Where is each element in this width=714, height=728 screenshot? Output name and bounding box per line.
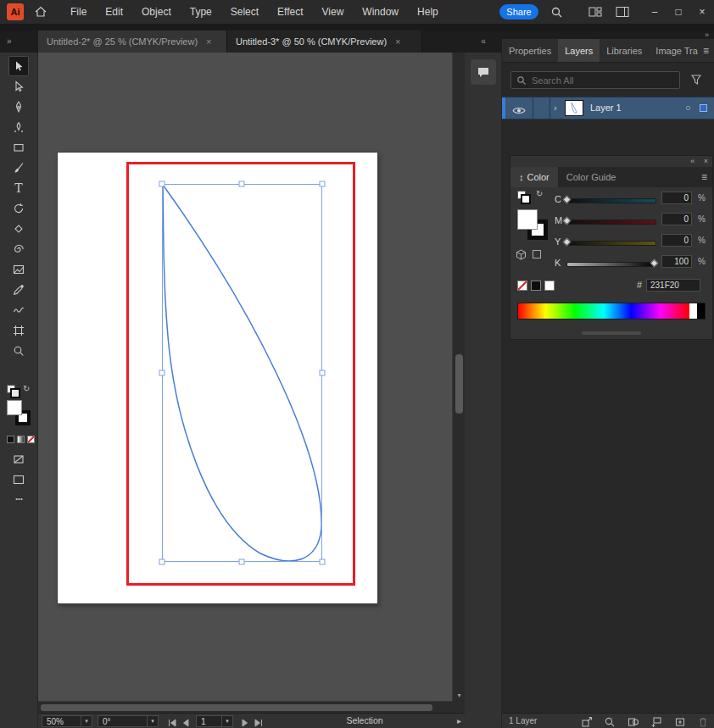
tab-color[interactable]: ↕ Color [510,167,558,187]
channel-value-c[interactable] [661,192,692,204]
home-button[interactable] [34,5,47,19]
first-artboard-button[interactable] [167,716,178,726]
color-cube-icon[interactable] [516,248,527,264]
draw-mode-button[interactable] [8,449,29,470]
frame-tool[interactable] [8,259,29,280]
comments-panel-button[interactable] [471,59,496,85]
share-button[interactable]: Share [499,4,538,19]
arrange-documents-button[interactable] [588,6,602,18]
none-mode-swatch[interactable] [27,436,35,443]
handle-bottom-left[interactable] [159,559,165,564]
tab-layers[interactable]: Layers [558,39,600,62]
rotate-view-tool[interactable] [8,239,29,259]
tab-properties[interactable]: Properties [502,39,558,62]
paintbrush-tool[interactable] [8,158,29,178]
handle-bottom-right[interactable] [320,559,325,564]
channel-value-k[interactable] [661,255,692,268]
new-sublayer-icon[interactable] [650,716,662,728]
handle-bottom-center[interactable] [239,559,244,564]
white-swatch[interactable] [544,281,555,291]
clipping-mask-icon[interactable] [628,716,639,728]
search-input[interactable] [530,75,679,86]
minimize-button[interactable]: – [643,0,667,24]
menu-view[interactable]: View [313,0,354,24]
type-tool[interactable]: T [8,178,29,198]
vertical-scrollbar-thumb[interactable] [455,354,463,414]
panel-resize-grip[interactable] [582,331,641,335]
menu-help[interactable]: Help [408,0,448,24]
teardrop-path-shape[interactable] [163,185,321,561]
menu-object[interactable]: Object [132,0,181,24]
status-expand-icon[interactable]: ▸ [457,714,461,728]
zoom-dropdown[interactable]: 50% ▾ [42,715,92,727]
channel-slider-c[interactable] [566,198,656,203]
swap-fill-stroke-icon[interactable]: ↻ [23,384,30,393]
handle-middle-left[interactable] [159,370,165,375]
tab-image-trace[interactable]: Image Tra [649,39,705,62]
filter-icon[interactable] [690,74,702,89]
handle-top-left[interactable] [159,181,165,186]
color-panel-menu-icon[interactable]: ≡ [701,167,707,187]
artboard-tool[interactable] [8,320,29,341]
document-tab-untitled-3[interactable]: Untitled-3* @ 50 % (CMYK/Preview) × [227,31,422,53]
shaper-tool[interactable] [8,300,29,320]
vertical-scrollbar[interactable]: ▾ [452,53,465,701]
layer-row-layer-1[interactable]: › Layer 1 ○ [502,97,714,119]
fill-stroke-mini-icon[interactable] [517,191,529,202]
canvas-area[interactable] [38,53,452,701]
gradient-mode-swatch[interactable] [17,436,25,443]
spectrum-rainbow[interactable] [518,303,689,319]
fill-stroke-control[interactable] [7,400,32,432]
search-button[interactable] [550,6,563,19]
color-mode-swatch[interactable] [7,436,14,443]
rotate-tool[interactable] [8,198,29,219]
close-tab-icon[interactable]: × [395,36,400,47]
close-tab-icon[interactable]: × [206,36,211,47]
channel-value-m[interactable] [661,213,692,225]
none-swatch[interactable] [517,281,527,291]
menu-select[interactable]: Select [221,0,268,24]
handle-top-right[interactable] [320,181,325,186]
tab-color-guide[interactable]: Color Guide [558,167,625,187]
selection-tool[interactable] [8,56,29,76]
spectrum-white[interactable] [689,303,697,319]
menu-type[interactable]: Type [181,0,221,24]
previous-artboard-button[interactable] [181,716,192,726]
layer-target-icon[interactable]: ○ [685,97,691,119]
channel-value-y[interactable] [661,234,692,247]
collect-for-export-icon[interactable] [581,716,593,728]
edit-toolbar-button[interactable]: ••• [0,495,38,503]
next-artboard-button[interactable] [240,716,251,726]
layers-search-field[interactable] [510,71,680,89]
zoom-tool[interactable] [8,341,29,361]
artboard-number-dropdown[interactable]: 1 ▾ [196,715,233,727]
tab-libraries[interactable]: Libraries [600,39,649,62]
rotation-dropdown[interactable]: 0° ▾ [98,715,159,727]
new-layer-icon[interactable] [674,716,686,728]
direct-selection-tool[interactable] [8,76,29,97]
delete-layer-icon[interactable] [697,716,709,728]
hex-value-input[interactable] [646,279,700,292]
collapse-panel-icon[interactable]: « [690,157,694,165]
scroll-down-icon[interactable]: ▾ [453,690,466,701]
curvature-tool[interactable] [8,117,29,137]
horizontal-scrollbar[interactable] [38,701,452,713]
fill-swatch[interactable] [7,400,22,415]
layer-thumbnail[interactable] [565,100,583,116]
stroke-box-icon[interactable] [533,250,541,258]
channel-slider-k[interactable] [566,262,656,267]
eraser-tool[interactable] [8,219,29,239]
menu-file[interactable]: File [61,0,96,24]
menu-window[interactable]: Window [353,0,408,24]
close-window-button[interactable]: × [690,0,714,24]
horizontal-scrollbar-thumb[interactable] [41,704,432,711]
swap-fill-stroke-icon[interactable]: ↻ [536,189,543,198]
menu-edit[interactable]: Edit [96,0,132,24]
expand-layer-icon[interactable]: › [554,97,557,119]
channel-slider-y[interactable] [566,241,656,246]
last-artboard-button[interactable] [254,716,265,726]
screen-mode-button[interactable] [8,470,29,490]
workspace-switcher-button[interactable] [616,6,629,18]
maximize-button[interactable]: □ [667,0,690,24]
color-spectrum-bar[interactable] [517,303,706,320]
